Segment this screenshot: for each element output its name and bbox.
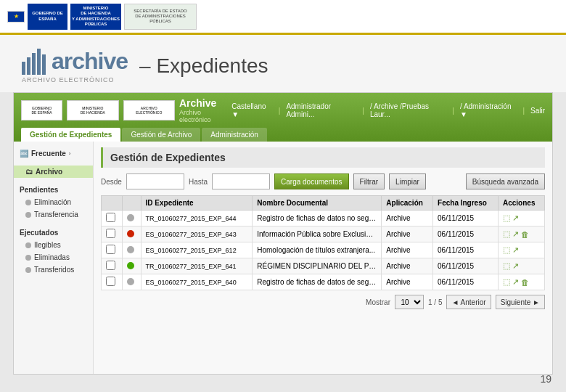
row-checkbox-4[interactable]: [106, 277, 115, 286]
cell-aplicacion-0: Archive: [382, 211, 433, 226]
cell-id-1: ES_01060277_2015_EXP_643: [141, 226, 253, 242]
carga-documentos-button[interactable]: Carga documentos: [274, 173, 349, 189]
sidebar-item-eliminadas[interactable]: Eliminadas: [14, 251, 93, 264]
cell-aplicacion-2: Archive: [382, 242, 433, 258]
cell-status-3: [122, 258, 141, 274]
status-dot-3: [127, 262, 134, 269]
table-header-row: ID Expediente Nombre Documental Aplicaci…: [102, 196, 545, 211]
nav-tab-expedientes[interactable]: Gestión de Expedientes: [21, 128, 120, 142]
sidebar-item-transferencia[interactable]: Transferencia: [14, 208, 93, 221]
action-icon-0-0[interactable]: ⬚: [503, 213, 510, 223]
breadcrumb-link[interactable]: / Archive /Pruebas Laur...: [370, 102, 446, 118]
cell-checkbox-0: [102, 211, 123, 226]
bar5: [42, 54, 46, 75]
sidebar-item-transferidos[interactable]: Transferidos: [14, 264, 93, 276]
main-title-area: archive ARCHIVO ELECTRÓNICO – Expediente…: [0, 35, 566, 92]
row-checkbox-1[interactable]: [106, 229, 115, 238]
archive-logo: archive ARCHIVO ELECTRÓNICO: [22, 48, 128, 83]
app-title-block: Archive Archivo electrónico: [179, 97, 231, 123]
row-checkbox-0[interactable]: [106, 213, 115, 222]
search-row: Desde Hasta Carga documentos Filtrar Lim…: [101, 173, 545, 189]
cell-id-4: ES_01060277_2015_EXP_640: [141, 274, 253, 290]
cell-aplicacion-1: Archive: [382, 226, 433, 242]
app-subtitle: Archivo electrónico: [179, 109, 231, 123]
sidebar-pendientes-title: Pendientes: [14, 184, 93, 196]
sidebar-archivo-title[interactable]: 🗂 Archivo: [14, 166, 93, 178]
app-gov-logo3: ARCHIVOELECTRÓNICO: [123, 100, 175, 121]
page-info: 1 / 5: [428, 298, 442, 306]
status-dot-2: [127, 246, 134, 253]
col-acciones: Acciones: [498, 196, 544, 211]
sidebar-section-archivo: 🗂 Archivo: [14, 166, 93, 178]
gov-logo-area: ★ GOBIERNO DE ESPAÑA MINISTERIO DE HACIE…: [7, 4, 197, 30]
row-checkbox-2[interactable]: [106, 245, 115, 254]
sidebar-item-ilegibles[interactable]: Ilegibles: [14, 239, 93, 251]
col-aplicacion: Aplicación: [382, 196, 433, 211]
cell-status-2: [122, 242, 141, 258]
dash-expedientes: – Expedientes: [139, 54, 268, 78]
nav-tab-administracion[interactable]: Administración: [202, 128, 267, 142]
action-icon-0-1[interactable]: ↗: [512, 213, 519, 223]
sidebar-frecuente-title[interactable]: 🔤 Frecuente ›: [14, 147, 93, 160]
anterior-button[interactable]: ◄ Anterior: [446, 295, 491, 309]
gov-header: ★ GOBIERNO DE ESPAÑA MINISTERIO DE HACIE…: [0, 0, 566, 35]
status-dot-4: [127, 278, 134, 285]
cell-checkbox-3: [102, 258, 123, 274]
cell-nombre-2: Homologación de títulos extranjera...: [253, 242, 382, 258]
admin-dropdown[interactable]: / Administración ▼: [460, 102, 517, 118]
siguiente-button[interactable]: Siguiente ►: [496, 295, 545, 309]
cell-fecha-4: 06/11/2015: [433, 274, 499, 290]
lang-select[interactable]: Castellano ▼: [231, 102, 273, 118]
action-icon-3-0[interactable]: ⬚: [503, 261, 510, 271]
mostrar-label: Mostrar: [366, 298, 390, 306]
cell-id-3: TR_01060277_2015_EXP_641: [141, 258, 253, 274]
hasta-input[interactable]: [212, 173, 270, 189]
table-row: TR_01060277_2015_EXP_644 Registro de fic…: [102, 211, 545, 226]
cell-nombre-1: Información Pública sobre Exclusió d...: [253, 226, 382, 242]
admin-link[interactable]: Administrador Admini...: [286, 102, 356, 118]
eu-flag: ★: [7, 11, 25, 23]
content-area: Gestión de Expedientes Desde Hasta Carga…: [94, 142, 552, 374]
col-checkbox: [102, 196, 123, 211]
cell-fecha-3: 06/11/2015: [433, 258, 499, 274]
cell-checkbox-4: [102, 274, 123, 290]
cell-status-4: [122, 274, 141, 290]
desde-label: Desde: [101, 178, 122, 186]
gov-logo-spain: GOBIERNO DE ESPAÑA: [28, 4, 67, 30]
action-icon-2-0[interactable]: ⬚: [503, 245, 510, 255]
action-icon-4-0[interactable]: ⬚: [503, 277, 510, 287]
action-icon-4-2[interactable]: 🗑: [521, 278, 529, 287]
cell-id-0: TR_01060277_2015_EXP_644: [141, 211, 253, 226]
action-icon-2-1[interactable]: ↗: [512, 245, 519, 255]
action-icon-4-1[interactable]: ↗: [512, 277, 519, 287]
limpiar-button[interactable]: Limpiar: [389, 173, 426, 189]
mostrar-select[interactable]: 10 25 50: [395, 295, 424, 309]
gov-logo-secretaria: SECRETARÍA DE ESTADO DE ADMINISTRACIONES…: [124, 4, 197, 30]
action-icon-1-0[interactable]: ⬚: [503, 229, 510, 239]
action-icon-1-1[interactable]: ↗: [512, 229, 519, 239]
col-id: ID Expediente: [141, 196, 253, 211]
transferencia-dot: [25, 212, 31, 218]
action-icon-3-1[interactable]: ↗: [512, 261, 519, 271]
archive-subtitle: ARCHIVO ELECTRÓNICO: [22, 76, 115, 83]
busqueda-avanzada-button[interactable]: Búsqueda avanzada: [466, 173, 545, 189]
action-icon-1-2[interactable]: 🗑: [521, 230, 529, 239]
frecuente-icon: 🔤: [20, 150, 28, 158]
sidebar-ejecutados-title: Ejecutados: [14, 226, 93, 239]
salir-link[interactable]: Salir: [530, 107, 545, 115]
cell-checkbox-1: [102, 226, 123, 242]
cell-fecha-0: 06/11/2015: [433, 211, 499, 226]
sidebar-item-eliminacion[interactable]: Eliminación: [14, 196, 93, 208]
bar4: [37, 49, 41, 75]
nav-bar: Gestión de Expedientes Gestión de Archiv…: [21, 126, 545, 142]
cell-aplicacion-4: Archive: [382, 274, 433, 290]
desde-input[interactable]: [126, 173, 184, 189]
cell-actions-3: ⬚↗: [498, 258, 544, 274]
row-checkbox-3[interactable]: [106, 261, 115, 270]
content-title: Gestión de Expedientes: [101, 147, 545, 168]
nav-tab-archivo[interactable]: Gestión de Archivo: [122, 128, 200, 142]
main-content: 🔤 Frecuente › 🗂 Archivo Pendientes Elimi…: [14, 142, 552, 374]
cell-fecha-2: 06/11/2015: [433, 242, 499, 258]
filter-button[interactable]: Filtrar: [353, 173, 385, 189]
app-header: GOBIERNODE ESPAÑA MINISTERIODE HACIENDA …: [14, 93, 552, 142]
